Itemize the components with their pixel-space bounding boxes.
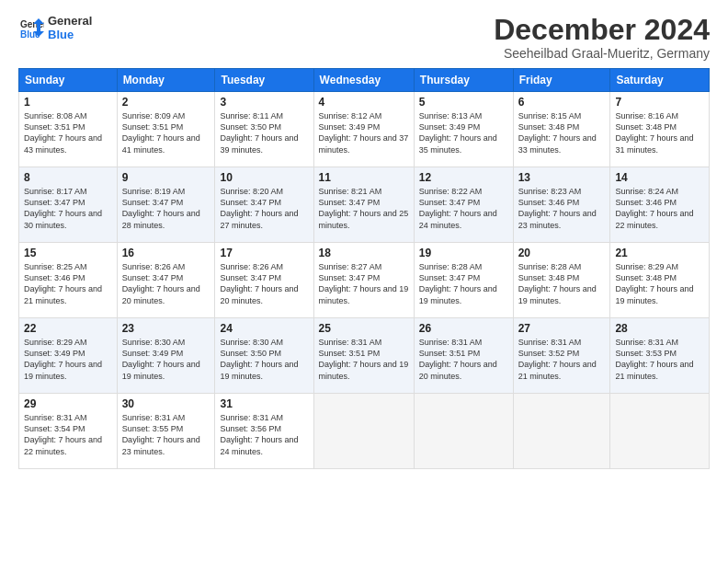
table-row: 2Sunrise: 8:09 AMSunset: 3:51 PMDaylight… [117, 92, 215, 167]
cell-content: Sunrise: 8:17 AMSunset: 3:47 PMDaylight:… [24, 186, 112, 231]
table-row: 11Sunrise: 8:21 AMSunset: 3:47 PMDayligh… [313, 167, 414, 243]
day-number: 28 [615, 322, 704, 335]
table-row: 14Sunrise: 8:24 AMSunset: 3:46 PMDayligh… [610, 167, 710, 243]
table-row: 13Sunrise: 8:23 AMSunset: 3:46 PMDayligh… [513, 167, 610, 243]
cell-content: Sunrise: 8:28 AMSunset: 3:48 PMDaylight:… [518, 261, 606, 306]
table-row: 21Sunrise: 8:29 AMSunset: 3:48 PMDayligh… [610, 243, 710, 318]
day-number: 16 [122, 247, 210, 259]
table-row: 29Sunrise: 8:31 AMSunset: 3:54 PMDayligh… [19, 394, 118, 469]
table-row: 20Sunrise: 8:28 AMSunset: 3:48 PMDayligh… [513, 243, 610, 318]
day-number: 26 [419, 322, 508, 335]
day-number: 29 [24, 397, 112, 410]
cell-content: Sunrise: 8:30 AMSunset: 3:49 PMDaylight:… [122, 337, 210, 382]
table-row [414, 394, 513, 469]
calendar-week-row: 8Sunrise: 8:17 AMSunset: 3:47 PMDaylight… [19, 167, 710, 243]
table-row: 30Sunrise: 8:31 AMSunset: 3:55 PMDayligh… [117, 394, 215, 469]
cell-content: Sunrise: 8:25 AMSunset: 3:46 PMDaylight:… [24, 261, 112, 306]
cell-content: Sunrise: 8:26 AMSunset: 3:47 PMDaylight:… [122, 261, 210, 306]
cell-content: Sunrise: 8:16 AMSunset: 3:48 PMDaylight:… [615, 110, 704, 155]
logo-text: General Blue [48, 14, 92, 41]
day-number: 21 [615, 247, 704, 259]
col-monday: Monday [117, 69, 215, 92]
table-row: 8Sunrise: 8:17 AMSunset: 3:47 PMDaylight… [19, 167, 118, 243]
cell-content: Sunrise: 8:21 AMSunset: 3:47 PMDaylight:… [319, 186, 409, 231]
table-row: 22Sunrise: 8:29 AMSunset: 3:49 PMDayligh… [19, 318, 118, 394]
table-row: 23Sunrise: 8:30 AMSunset: 3:49 PMDayligh… [117, 318, 215, 394]
logo-general: General [48, 14, 92, 28]
col-saturday: Saturday [610, 69, 710, 92]
day-number: 4 [319, 96, 409, 109]
day-number: 6 [518, 96, 606, 109]
cell-content: Sunrise: 8:20 AMSunset: 3:47 PMDaylight:… [220, 186, 308, 231]
table-row: 3Sunrise: 8:11 AMSunset: 3:50 PMDaylight… [215, 92, 313, 167]
day-number: 12 [419, 171, 508, 184]
col-sunday: Sunday [19, 69, 118, 92]
day-number: 3 [220, 96, 308, 109]
table-row: 18Sunrise: 8:27 AMSunset: 3:47 PMDayligh… [313, 243, 414, 318]
cell-content: Sunrise: 8:09 AMSunset: 3:51 PMDaylight:… [122, 110, 210, 155]
table-row: 26Sunrise: 8:31 AMSunset: 3:51 PMDayligh… [414, 318, 513, 394]
cell-content: Sunrise: 8:30 AMSunset: 3:50 PMDaylight:… [220, 337, 308, 382]
month-title: December 2024 [494, 14, 710, 46]
table-row [513, 394, 610, 469]
title-area: December 2024 Seeheilbad Graal-Mueritz, … [494, 14, 710, 61]
calendar-header-row: Sunday Monday Tuesday Wednesday Thursday… [19, 69, 710, 92]
day-number: 5 [419, 96, 508, 109]
cell-content: Sunrise: 8:12 AMSunset: 3:49 PMDaylight:… [319, 110, 409, 155]
table-row: 17Sunrise: 8:26 AMSunset: 3:47 PMDayligh… [215, 243, 313, 318]
day-number: 27 [518, 322, 606, 335]
table-row: 28Sunrise: 8:31 AMSunset: 3:53 PMDayligh… [610, 318, 710, 394]
day-number: 14 [615, 171, 704, 184]
logo-icon: General Blue [18, 15, 44, 40]
table-row [313, 394, 414, 469]
day-number: 10 [220, 171, 308, 184]
cell-content: Sunrise: 8:31 AMSunset: 3:51 PMDaylight:… [319, 337, 409, 382]
table-row: 7Sunrise: 8:16 AMSunset: 3:48 PMDaylight… [610, 92, 710, 167]
col-friday: Friday [513, 69, 610, 92]
day-number: 8 [24, 171, 112, 184]
cell-content: Sunrise: 8:31 AMSunset: 3:56 PMDaylight:… [220, 412, 308, 457]
col-tuesday: Tuesday [215, 69, 313, 92]
table-row: 10Sunrise: 8:20 AMSunset: 3:47 PMDayligh… [215, 167, 313, 243]
col-thursday: Thursday [414, 69, 513, 92]
cell-content: Sunrise: 8:22 AMSunset: 3:47 PMDaylight:… [419, 186, 508, 231]
day-number: 17 [220, 247, 308, 259]
logo: General Blue General Blue [18, 14, 92, 41]
cell-content: Sunrise: 8:26 AMSunset: 3:47 PMDaylight:… [220, 261, 308, 306]
table-row: 24Sunrise: 8:30 AMSunset: 3:50 PMDayligh… [215, 318, 313, 394]
day-number: 24 [220, 322, 308, 335]
calendar-week-row: 22Sunrise: 8:29 AMSunset: 3:49 PMDayligh… [19, 318, 710, 394]
cell-content: Sunrise: 8:13 AMSunset: 3:49 PMDaylight:… [419, 110, 508, 155]
day-number: 11 [319, 171, 409, 184]
cell-content: Sunrise: 8:29 AMSunset: 3:48 PMDaylight:… [615, 261, 704, 306]
table-row: 31Sunrise: 8:31 AMSunset: 3:56 PMDayligh… [215, 394, 313, 469]
table-row: 12Sunrise: 8:22 AMSunset: 3:47 PMDayligh… [414, 167, 513, 243]
table-row: 19Sunrise: 8:28 AMSunset: 3:47 PMDayligh… [414, 243, 513, 318]
day-number: 30 [122, 397, 210, 410]
cell-content: Sunrise: 8:11 AMSunset: 3:50 PMDaylight:… [220, 110, 308, 155]
table-row: 25Sunrise: 8:31 AMSunset: 3:51 PMDayligh… [313, 318, 414, 394]
day-number: 2 [122, 96, 210, 109]
cell-content: Sunrise: 8:23 AMSunset: 3:46 PMDaylight:… [518, 186, 606, 231]
cell-content: Sunrise: 8:31 AMSunset: 3:51 PMDaylight:… [419, 337, 508, 382]
day-number: 13 [518, 171, 606, 184]
cell-content: Sunrise: 8:19 AMSunset: 3:47 PMDaylight:… [122, 186, 210, 231]
cell-content: Sunrise: 8:31 AMSunset: 3:54 PMDaylight:… [24, 412, 112, 457]
cell-content: Sunrise: 8:31 AMSunset: 3:55 PMDaylight:… [122, 412, 210, 457]
header: General Blue General Blue December 2024 … [18, 14, 710, 61]
calendar-week-row: 29Sunrise: 8:31 AMSunset: 3:54 PMDayligh… [19, 394, 710, 469]
calendar: Sunday Monday Tuesday Wednesday Thursday… [18, 68, 710, 469]
table-row: 16Sunrise: 8:26 AMSunset: 3:47 PMDayligh… [117, 243, 215, 318]
location: Seeheilbad Graal-Mueritz, Germany [494, 46, 710, 61]
cell-content: Sunrise: 8:27 AMSunset: 3:47 PMDaylight:… [319, 261, 409, 306]
table-row: 5Sunrise: 8:13 AMSunset: 3:49 PMDaylight… [414, 92, 513, 167]
table-row: 15Sunrise: 8:25 AMSunset: 3:46 PMDayligh… [19, 243, 118, 318]
page: General Blue General Blue December 2024 … [0, 0, 728, 563]
day-number: 20 [518, 247, 606, 259]
cell-content: Sunrise: 8:28 AMSunset: 3:47 PMDaylight:… [419, 261, 508, 306]
day-number: 23 [122, 322, 210, 335]
table-row: 1Sunrise: 8:08 AMSunset: 3:51 PMDaylight… [19, 92, 118, 167]
day-number: 31 [220, 397, 308, 410]
day-number: 9 [122, 171, 210, 184]
table-row: 9Sunrise: 8:19 AMSunset: 3:47 PMDaylight… [117, 167, 215, 243]
